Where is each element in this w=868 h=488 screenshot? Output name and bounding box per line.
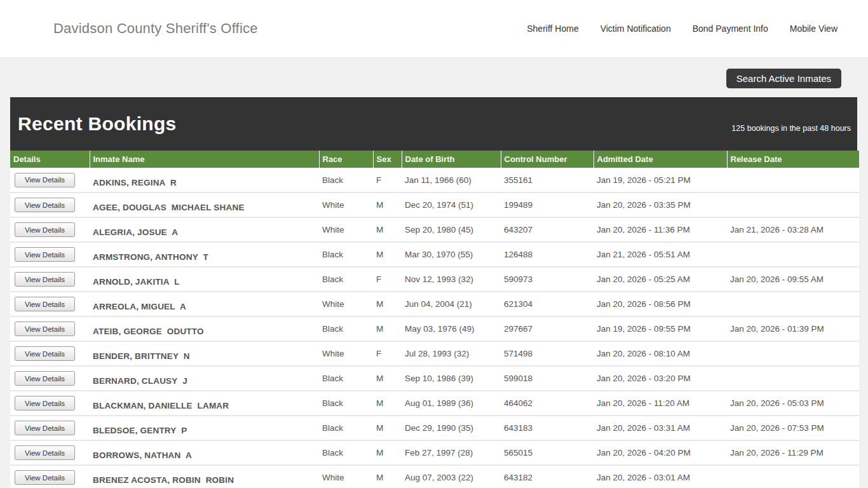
admitted-date-cell: Jan 19, 2026 - 05:21 PM [593, 168, 727, 193]
date-of-birth-cell: Jan 11, 1966 (60) [402, 168, 501, 193]
view-details-button[interactable]: View Details [15, 222, 75, 237]
view-details-button[interactable]: View Details [15, 396, 75, 410]
nav-link-victim-notification[interactable]: Victim Notification [600, 24, 671, 34]
view-details-button[interactable]: View Details [15, 470, 75, 485]
view-details-button[interactable]: View Details [15, 445, 75, 460]
view-details-button[interactable]: View Details [15, 346, 75, 361]
view-details-button[interactable]: View Details [15, 272, 75, 287]
release-date-cell: Jan 20, 2026 - 05:03 PM [727, 391, 859, 416]
control-number-cell: 643207 [501, 217, 593, 242]
sex-cell: M [373, 193, 402, 217]
control-number-cell: 590973 [501, 267, 593, 292]
column-header-details: Details [10, 151, 90, 168]
table-row: View DetailsARREOLA, MIGUEL AWhiteMJun 0… [10, 292, 859, 316]
sex-cell: F [373, 168, 402, 193]
inmate-name-cell: BRENEZ ACOSTA, ROBIN ROBIN [90, 465, 319, 488]
admitted-date-cell: Jan 20, 2026 - 03:20 PM [593, 366, 727, 391]
race-cell: Black [319, 168, 373, 193]
date-of-birth-cell: Jun 04, 2004 (21) [402, 292, 501, 316]
nav-link-mobile-view[interactable]: Mobile View [790, 24, 837, 34]
race-cell: Black [319, 316, 373, 341]
inmate-name-cell: ALEGRIA, JOSUE A [90, 217, 319, 242]
column-header-admitted-date: Admitted Date [593, 151, 727, 168]
date-of-birth-cell: Mar 30, 1970 (55) [402, 242, 501, 267]
view-details-button[interactable]: View Details [15, 198, 75, 212]
view-details-button[interactable]: View Details [15, 322, 75, 336]
release-date-cell [727, 292, 859, 316]
details-cell: View Details [10, 292, 90, 316]
race-cell: Black [319, 416, 373, 440]
admitted-date-cell: Jan 20, 2026 - 03:35 PM [593, 193, 727, 217]
view-details-button[interactable]: View Details [15, 371, 75, 386]
race-cell: White [319, 341, 373, 366]
bookings-count-text: 125 bookings in the past 48 hours [731, 124, 851, 133]
nav-link-bond-payment-info[interactable]: Bond Payment Info [693, 24, 768, 34]
details-cell: View Details [10, 341, 90, 366]
inmate-name-cell: ARREOLA, MIGUEL A [90, 292, 319, 316]
inmate-name-cell: ARMSTRONG, ANTHONY T [90, 242, 319, 267]
table-row: View DetailsBERNARD, CLAUSY JBlackMSep 1… [10, 366, 859, 391]
release-date-cell [727, 465, 859, 488]
date-of-birth-cell: Aug 07, 2003 (22) [402, 465, 501, 488]
column-header-control-number: Control Number [501, 151, 593, 168]
table-row: View DetailsBORROWS, NATHAN ABlackMFeb 2… [10, 440, 859, 465]
control-number-cell: 126488 [501, 242, 593, 267]
control-number-cell: 599018 [501, 366, 593, 391]
release-date-cell [727, 366, 859, 391]
admitted-date-cell: Jan 20, 2026 - 03:01 AM [593, 465, 727, 488]
release-date-cell [727, 242, 859, 267]
date-of-birth-cell: Sep 10, 1986 (39) [402, 366, 501, 391]
inmate-name-cell: AGEE, DOUGLAS MICHAEL SHANE [90, 193, 319, 217]
details-cell: View Details [10, 217, 90, 242]
date-of-birth-cell: Feb 27, 1997 (28) [402, 440, 501, 465]
race-cell: White [319, 217, 373, 242]
bookings-table: DetailsInmate NameRaceSexDate of BirthCo… [10, 151, 859, 488]
race-cell: Black [319, 366, 373, 391]
control-number-cell: 621304 [501, 292, 593, 316]
search-active-inmates-button[interactable]: Search Active Inmates [726, 69, 841, 88]
inmate-name-cell: BERNARD, CLAUSY J [90, 366, 319, 391]
table-row: View DetailsARNOLD, JAKITIA LBlackFNov 1… [10, 267, 859, 292]
admitted-date-cell: Jan 21, 2026 - 05:51 AM [593, 242, 727, 267]
column-header-date-of-birth: Date of Birth [402, 151, 501, 168]
view-details-button[interactable]: View Details [15, 297, 75, 311]
race-cell: Black [319, 391, 373, 416]
date-of-birth-cell: Nov 12, 1993 (32) [402, 267, 501, 292]
control-number-cell: 355161 [501, 168, 593, 193]
table-row: View DetailsALEGRIA, JOSUE AWhiteMSep 20… [10, 217, 859, 242]
column-header-race: Race [319, 151, 373, 168]
control-number-cell: 297667 [501, 316, 593, 341]
sex-cell: F [373, 267, 402, 292]
details-cell: View Details [10, 316, 90, 341]
details-cell: View Details [10, 168, 90, 193]
sex-cell: M [373, 242, 402, 267]
control-number-cell: 565015 [501, 440, 593, 465]
details-cell: View Details [10, 193, 90, 217]
release-date-cell: Jan 21, 2026 - 03:28 AM [727, 217, 859, 242]
race-cell: White [319, 465, 373, 488]
table-row: View DetailsBENDER, BRITTNEY NWhiteFJul … [10, 341, 859, 366]
site-title: Davidson County Sheriff's Office [53, 20, 258, 37]
date-of-birth-cell: Sep 20, 1980 (45) [402, 217, 501, 242]
view-details-button[interactable]: View Details [15, 247, 75, 262]
inmate-name-cell: BENDER, BRITTNEY N [90, 341, 319, 366]
sex-cell: M [373, 316, 402, 341]
nav-link-sheriff-home[interactable]: Sheriff Home [527, 24, 578, 34]
sex-cell: M [373, 292, 402, 316]
table-row: View DetailsBLACKMAN, DANIELLE LAMARBlac… [10, 391, 859, 416]
race-cell: Black [319, 242, 373, 267]
view-details-button[interactable]: View Details [15, 421, 75, 435]
sex-cell: M [373, 217, 402, 242]
date-of-birth-cell: May 03, 1976 (49) [402, 316, 501, 341]
table-row: View DetailsBLEDSOE, GENTRY PBlackMDec 2… [10, 416, 859, 440]
control-number-cell: 464062 [501, 391, 593, 416]
release-date-cell: Jan 20, 2026 - 11:29 PM [727, 440, 859, 465]
release-date-cell [727, 193, 859, 217]
race-cell: White [319, 193, 373, 217]
sex-cell: M [373, 465, 402, 488]
date-of-birth-cell: Aug 01, 1989 (36) [402, 391, 501, 416]
column-header-sex: Sex [373, 151, 402, 168]
view-details-button[interactable]: View Details [15, 173, 75, 187]
table-row: View DetailsADKINS, REGINA RBlackFJan 11… [10, 168, 859, 193]
admitted-date-cell: Jan 20, 2026 - 08:56 PM [593, 292, 727, 316]
